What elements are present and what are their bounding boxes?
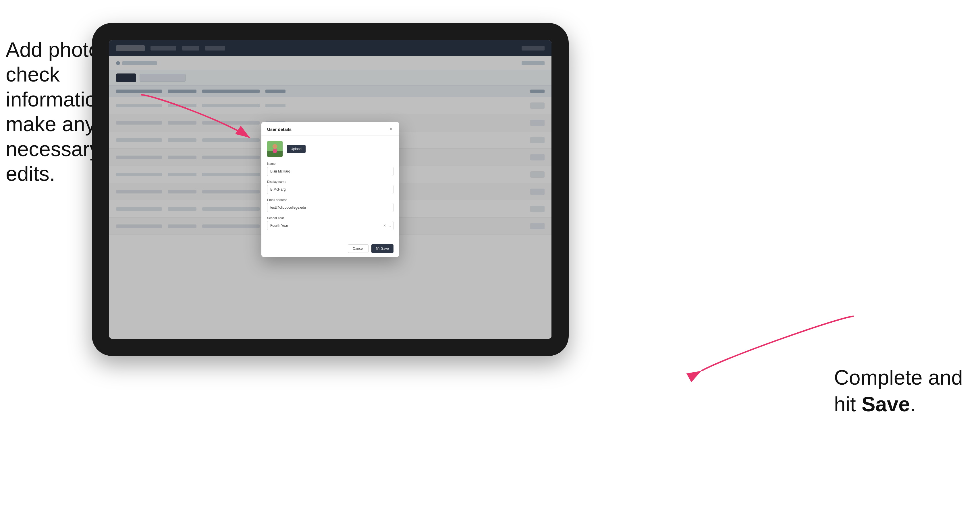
modal-header: User details × [261,122,399,135]
user-details-modal: User details × [261,122,399,257]
display-name-label: Display name [267,180,393,183]
modal-footer: Cancel Save [261,240,399,257]
upload-photo-button[interactable]: Upload [286,145,305,153]
avatar-thumbnail [267,141,283,157]
school-year-container: ✕ ⌄ [267,221,393,230]
tablet-screen: User details × [109,40,552,339]
svg-rect-5 [273,149,277,153]
email-field-group: Email address [267,198,393,212]
school-year-chevron-icon: ⌄ [389,224,391,227]
save-icon [376,247,379,250]
display-name-field-group: Display name [267,180,393,194]
save-button-label: Save [381,246,389,251]
display-name-input[interactable] [267,185,393,194]
email-label: Email address [267,198,393,202]
modal-body: Upload Name Display name Email addre [261,135,399,240]
tablet-frame: User details × [92,23,569,356]
name-input[interactable] [267,167,393,176]
arrow-left [138,92,253,151]
save-button[interactable]: Save [371,244,393,253]
name-field-group: Name [267,162,393,176]
modal-close-button[interactable]: × [388,127,393,132]
cancel-button[interactable]: Cancel [348,244,368,253]
svg-point-4 [272,144,277,149]
school-year-label: School Year [267,216,393,220]
name-label: Name [267,162,393,165]
avatar-section: Upload [267,141,393,157]
modal-overlay: User details × [109,40,552,339]
modal-title: User details [267,127,291,132]
email-input[interactable] [267,203,393,212]
arrow-right [698,313,856,386]
school-year-field-group: School Year ✕ ⌄ [267,216,393,230]
school-year-clear-icon[interactable]: ✕ [383,224,386,228]
school-year-input[interactable] [267,221,393,230]
